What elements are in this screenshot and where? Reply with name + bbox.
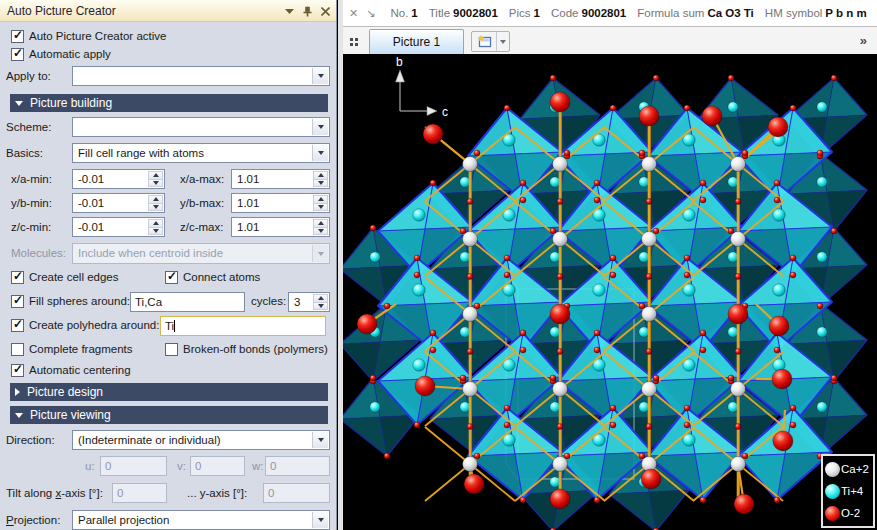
legend-sphere-ca bbox=[825, 462, 840, 477]
checkbox-cell-edges[interactable] bbox=[11, 271, 24, 284]
basics-combo-button[interactable] bbox=[312, 145, 328, 161]
yb-max-spin[interactable]: 1.01 bbox=[231, 193, 330, 213]
structure-infobar: ✕ ↘ No.1Title9002801Pics1Code9002801Form… bbox=[343, 0, 877, 27]
tab-list-icon[interactable] bbox=[350, 38, 358, 46]
zc-min-label: z/c-min: bbox=[11, 221, 51, 233]
panel-titlebar: Auto Picture Creator bbox=[0, 0, 336, 22]
section-picture-design[interactable]: Picture design bbox=[10, 383, 328, 401]
zc-min-spin[interactable]: -0.01 bbox=[72, 217, 165, 237]
spin-up[interactable] bbox=[148, 219, 163, 227]
infobar-goto-icon[interactable]: ↘ bbox=[366, 7, 375, 20]
legend-sphere-o bbox=[825, 506, 840, 521]
checkbox-auto-apply-label: Automatic apply bbox=[29, 48, 111, 60]
tab-picture-1[interactable]: Picture 1 bbox=[369, 29, 464, 54]
legend-item: O-2 bbox=[825, 502, 873, 524]
checkbox-polyhedra-label: Create polyhedra around: bbox=[29, 319, 159, 331]
svg-text:c: c bbox=[442, 105, 448, 119]
checkbox-auto-apply[interactable] bbox=[11, 48, 24, 61]
xa-max-spin[interactable]: 1.01 bbox=[231, 169, 330, 189]
new-picture-button[interactable] bbox=[471, 31, 510, 52]
yb-min-label: y/b-min: bbox=[11, 197, 52, 209]
yb-max-label: y/b-max: bbox=[180, 197, 224, 209]
direction-combo-button[interactable] bbox=[312, 432, 328, 448]
spin-down[interactable] bbox=[313, 179, 328, 188]
section-picture-viewing[interactable]: Picture viewing bbox=[10, 406, 328, 424]
basics-combo[interactable]: Fill cell range with atoms bbox=[72, 143, 330, 163]
tilt-x-label: Tilt along x-axis [°]: bbox=[6, 487, 103, 499]
spin-up[interactable] bbox=[148, 171, 163, 179]
section-picture-building[interactable]: Picture building bbox=[10, 94, 328, 112]
panel-close-icon[interactable] bbox=[321, 7, 330, 16]
spin-down[interactable] bbox=[148, 203, 163, 212]
projection-combo[interactable]: Parallel projection bbox=[72, 510, 330, 530]
xa-min-spin[interactable]: -0.01 bbox=[72, 169, 165, 189]
projection-label: Projection: bbox=[6, 514, 60, 526]
checkbox-connect-atoms[interactable] bbox=[165, 271, 178, 284]
spin-up[interactable] bbox=[313, 294, 328, 302]
svg-text:b: b bbox=[396, 55, 403, 69]
spin-down[interactable] bbox=[313, 302, 328, 311]
infobar-field: Code9002801 bbox=[551, 7, 626, 19]
molecules-label: Molecules: bbox=[11, 247, 66, 259]
spin-up[interactable] bbox=[313, 171, 328, 179]
spin-up[interactable] bbox=[313, 195, 328, 203]
spin-down[interactable] bbox=[148, 227, 163, 236]
apply-to-combo[interactable] bbox=[72, 66, 330, 86]
u-label: u: bbox=[85, 460, 95, 472]
tilt-y-field: 0 bbox=[263, 483, 330, 503]
spin-up[interactable] bbox=[313, 219, 328, 227]
scheme-label: Scheme: bbox=[6, 121, 51, 133]
fill-spheres-input[interactable]: Ti,Ca bbox=[130, 292, 245, 312]
tilt-x-field: 0 bbox=[112, 483, 167, 503]
yb-min-spin[interactable]: -0.01 bbox=[72, 193, 165, 213]
checkbox-broken-bonds[interactable] bbox=[165, 343, 178, 356]
checkbox-fill-spheres[interactable] bbox=[11, 295, 24, 308]
checkbox-auto-centering[interactable] bbox=[11, 364, 24, 377]
panel-pin-icon[interactable] bbox=[303, 6, 312, 17]
direction-label: Direction: bbox=[6, 434, 55, 446]
checkbox-polyhedra[interactable] bbox=[11, 319, 24, 332]
infobar-field: Formula sumCa O3 Ti bbox=[637, 7, 754, 19]
projection-combo-button[interactable] bbox=[312, 512, 328, 528]
tabstrip: Picture 1 » bbox=[343, 27, 877, 54]
w-label: w: bbox=[252, 460, 264, 472]
crystal-structure: b c bbox=[343, 54, 877, 530]
direction-combo[interactable]: (Indeterminate or individual) bbox=[72, 430, 330, 450]
structure-canvas[interactable]: b c Ca+2Ti+4O-2 bbox=[343, 54, 877, 530]
legend: Ca+2Ti+4O-2 bbox=[821, 454, 875, 528]
apply-to-combo-button[interactable] bbox=[312, 68, 328, 84]
new-picture-icon bbox=[472, 32, 496, 51]
cycles-spin[interactable]: 3 bbox=[288, 292, 330, 312]
spin-down[interactable] bbox=[313, 227, 328, 236]
infobar-close-icon[interactable]: ✕ bbox=[349, 7, 358, 20]
checkbox-auto-centering-label: Automatic centering bbox=[29, 364, 131, 376]
spin-up[interactable] bbox=[148, 195, 163, 203]
spin-down[interactable] bbox=[148, 179, 163, 188]
w-field: 0 bbox=[265, 456, 330, 476]
legend-item: Ti+4 bbox=[825, 480, 873, 502]
panel-menu-icon[interactable] bbox=[285, 8, 294, 14]
checkbox-cell-edges-label: Create cell edges bbox=[29, 271, 119, 283]
zc-max-label: z/c-max: bbox=[180, 221, 223, 233]
cycles-label: cycles: bbox=[251, 295, 286, 307]
checkbox-active[interactable] bbox=[11, 30, 24, 43]
scheme-combo-button[interactable] bbox=[312, 119, 328, 135]
checkbox-complete-fragments[interactable] bbox=[11, 343, 24, 356]
v-label: v: bbox=[177, 460, 186, 472]
panel-title: Auto Picture Creator bbox=[7, 4, 116, 18]
legend-item: Ca+2 bbox=[825, 458, 873, 480]
apply-to-label: Apply to: bbox=[6, 70, 51, 82]
checkbox-broken-bonds-label: Broken-off bonds (polymers) bbox=[183, 343, 328, 355]
spin-down[interactable] bbox=[313, 203, 328, 212]
infobar-fields: No.1Title9002801Pics1Code9002801Formula … bbox=[390, 7, 877, 19]
v-field: 0 bbox=[190, 456, 245, 476]
legend-sphere-ti bbox=[825, 484, 840, 499]
zc-max-spin[interactable]: 1.01 bbox=[231, 217, 330, 237]
infobar-field: No.1 bbox=[390, 7, 417, 19]
tab-overflow-chevrons[interactable]: » bbox=[860, 33, 867, 48]
polyhedra-input[interactable]: Ti bbox=[160, 316, 326, 336]
checkbox-complete-fragments-label: Complete fragments bbox=[29, 343, 133, 355]
checkbox-active-label: Auto Picture Creator active bbox=[29, 30, 166, 42]
new-picture-dropdown[interactable] bbox=[496, 32, 509, 51]
scheme-combo[interactable] bbox=[72, 117, 330, 137]
